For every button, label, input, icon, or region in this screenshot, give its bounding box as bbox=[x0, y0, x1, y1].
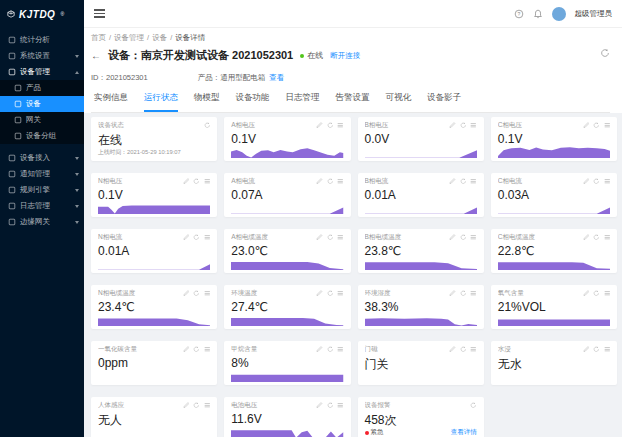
edit-icon[interactable] bbox=[583, 290, 590, 297]
list-icon[interactable] bbox=[337, 234, 344, 241]
breadcrumb-item[interactable]: 设备管理 bbox=[114, 33, 144, 43]
tab-设备影子[interactable]: 设备影子 bbox=[427, 92, 461, 112]
refresh-icon[interactable] bbox=[593, 346, 600, 353]
edit-icon[interactable] bbox=[316, 290, 323, 297]
edit-icon[interactable] bbox=[449, 346, 456, 353]
edit-icon[interactable] bbox=[316, 402, 323, 409]
refresh-icon[interactable] bbox=[593, 234, 600, 241]
bell-icon[interactable] bbox=[533, 9, 543, 19]
sidebar-item-统计分析[interactable]: 统计分析 bbox=[0, 32, 84, 48]
list-icon[interactable] bbox=[337, 178, 344, 185]
list-icon[interactable] bbox=[470, 346, 477, 353]
tab-实例信息[interactable]: 实例信息 bbox=[94, 92, 128, 112]
refresh-icon[interactable] bbox=[193, 402, 200, 409]
edit-icon[interactable] bbox=[583, 122, 590, 129]
sidebar-item-边缘网关[interactable]: 边缘网关 bbox=[0, 214, 84, 230]
list-icon[interactable] bbox=[204, 290, 211, 297]
edit-icon[interactable] bbox=[183, 346, 190, 353]
refresh-icon[interactable] bbox=[460, 178, 467, 185]
edit-icon[interactable] bbox=[183, 290, 190, 297]
sidebar-item-设备接入[interactable]: 设备接入 bbox=[0, 150, 84, 166]
tab-设备功能[interactable]: 设备功能 bbox=[236, 92, 270, 112]
edit-icon[interactable] bbox=[449, 234, 456, 241]
tab-物模型[interactable]: 物模型 bbox=[194, 92, 220, 112]
refresh-icon[interactable] bbox=[460, 346, 467, 353]
edit-icon[interactable] bbox=[316, 234, 323, 241]
edit-icon[interactable] bbox=[449, 290, 456, 297]
refresh-icon[interactable] bbox=[593, 122, 600, 129]
refresh-icon[interactable] bbox=[193, 234, 200, 241]
edit-icon[interactable] bbox=[183, 402, 190, 409]
edit-icon[interactable] bbox=[316, 346, 323, 353]
disconnect-link[interactable]: 断开连接 bbox=[330, 51, 360, 61]
product-view-link[interactable]: 查看 bbox=[269, 73, 284, 82]
refresh-icon[interactable] bbox=[327, 346, 334, 353]
refresh-icon[interactable] bbox=[327, 234, 334, 241]
list-icon[interactable] bbox=[470, 122, 477, 129]
sidebar-subitem-设备[interactable]: 设备 bbox=[0, 96, 84, 112]
refresh-icon[interactable] bbox=[593, 178, 600, 185]
edit-icon[interactable] bbox=[583, 178, 590, 185]
sidebar-item-通知管理[interactable]: 通知管理 bbox=[0, 166, 84, 182]
sidebar-subitem-网关[interactable]: 网关 bbox=[0, 112, 84, 128]
list-icon[interactable] bbox=[470, 234, 477, 241]
user-avatar[interactable] bbox=[552, 7, 566, 21]
list-icon[interactable] bbox=[604, 178, 611, 185]
list-icon[interactable] bbox=[337, 346, 344, 353]
refresh-icon[interactable] bbox=[327, 178, 334, 185]
page-refresh-icon[interactable] bbox=[600, 44, 610, 62]
refresh-icon[interactable] bbox=[593, 290, 600, 297]
list-icon[interactable] bbox=[337, 122, 344, 129]
sidebar-item-系统设置[interactable]: 系统设置 bbox=[0, 48, 84, 64]
list-icon[interactable] bbox=[604, 290, 611, 297]
username[interactable]: 超级管理员 bbox=[575, 9, 613, 19]
refresh-icon[interactable] bbox=[470, 402, 477, 409]
sidebar-subitem-设备分组[interactable]: 设备分组 bbox=[0, 128, 84, 144]
card-value: 0.1V bbox=[98, 188, 210, 202]
refresh-icon[interactable] bbox=[204, 122, 211, 129]
menu-collapse-icon[interactable] bbox=[94, 7, 105, 20]
refresh-icon[interactable] bbox=[193, 346, 200, 353]
breadcrumb-item[interactable]: 设备 bbox=[152, 33, 167, 43]
sidebar-item-日志管理[interactable]: 日志管理 bbox=[0, 198, 84, 214]
list-icon[interactable] bbox=[604, 234, 611, 241]
refresh-icon[interactable] bbox=[193, 178, 200, 185]
edit-icon[interactable] bbox=[183, 234, 190, 241]
edit-icon[interactable] bbox=[316, 122, 323, 129]
sidebar-item-规则引擎[interactable]: 规则引擎 bbox=[0, 182, 84, 198]
list-icon[interactable] bbox=[470, 178, 477, 185]
edit-icon[interactable] bbox=[583, 346, 590, 353]
refresh-icon[interactable] bbox=[193, 290, 200, 297]
sidebar-item-设备管理[interactable]: 设备管理 bbox=[0, 64, 84, 80]
refresh-icon[interactable] bbox=[327, 122, 334, 129]
edit-icon[interactable] bbox=[449, 178, 456, 185]
help-icon[interactable]: ? bbox=[514, 9, 524, 19]
list-icon[interactable] bbox=[204, 178, 211, 185]
edit-icon[interactable] bbox=[583, 234, 590, 241]
tab-运行状态[interactable]: 运行状态 bbox=[144, 92, 178, 112]
app-logo[interactable]: KJTDQ ® bbox=[0, 0, 84, 28]
edit-icon[interactable] bbox=[183, 178, 190, 185]
tab-可视化[interactable]: 可视化 bbox=[386, 92, 412, 112]
view-detail-link[interactable]: 查看详情 bbox=[451, 428, 477, 437]
back-arrow-icon[interactable]: ← bbox=[91, 50, 101, 61]
list-icon[interactable] bbox=[204, 234, 211, 241]
tab-告警设置[interactable]: 告警设置 bbox=[336, 92, 370, 112]
list-icon[interactable] bbox=[337, 402, 344, 409]
list-icon[interactable] bbox=[604, 346, 611, 353]
list-icon[interactable] bbox=[604, 122, 611, 129]
edit-icon[interactable] bbox=[449, 122, 456, 129]
refresh-icon[interactable] bbox=[460, 122, 467, 129]
refresh-icon[interactable] bbox=[460, 234, 467, 241]
edit-icon[interactable] bbox=[316, 178, 323, 185]
list-icon[interactable] bbox=[337, 290, 344, 297]
list-icon[interactable] bbox=[204, 402, 211, 409]
sidebar-subitem-产品[interactable]: 产品 bbox=[0, 80, 84, 96]
refresh-icon[interactable] bbox=[327, 402, 334, 409]
breadcrumb-item[interactable]: 首页 bbox=[91, 33, 106, 43]
refresh-icon[interactable] bbox=[327, 290, 334, 297]
list-icon[interactable] bbox=[204, 346, 211, 353]
list-icon[interactable] bbox=[470, 290, 477, 297]
refresh-icon[interactable] bbox=[460, 290, 467, 297]
tab-日志管理[interactable]: 日志管理 bbox=[286, 92, 320, 112]
